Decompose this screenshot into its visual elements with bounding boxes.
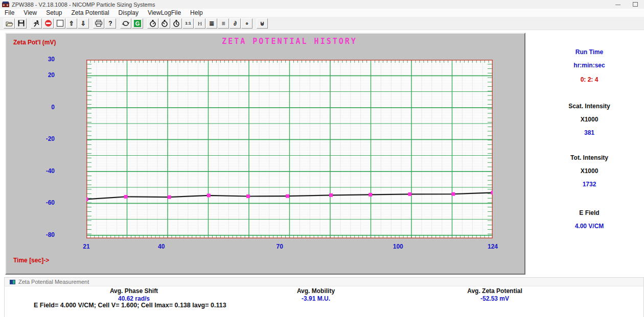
- auto-cycle-button[interactable]: [120, 18, 131, 29]
- scat-intensity-scale: X1000: [552, 116, 627, 123]
- magnet-button[interactable]: ⊎: [257, 18, 268, 29]
- frame-button[interactable]: [54, 18, 65, 29]
- avg-zeta-potential-metric: Avg. Zeta Potential -52.53 mV: [428, 287, 561, 302]
- measurement-window-titlebar: Zeta Potential Measurement: [5, 278, 643, 286]
- app-window: ZPW388 - V2.18.1008 - NICOMP Particle Si…: [0, 0, 644, 317]
- move-up-button[interactable]: ⇧: [66, 18, 77, 29]
- list-up-button[interactable]: ≣: [206, 18, 217, 29]
- green-g-icon: G: [134, 20, 141, 27]
- help-button[interactable]: ?: [105, 18, 116, 29]
- timer-2-button[interactable]: [159, 18, 170, 29]
- y-tick-label: 0: [24, 104, 55, 111]
- stop-icon: [45, 20, 52, 27]
- title-bar: ZPW388 - V2.18.1008 - NICOMP Particle Si…: [0, 0, 644, 9]
- arrow-down-icon: ⇩: [81, 20, 86, 27]
- menu-viewlogfile[interactable]: ViewLogFile: [143, 9, 186, 16]
- avg-zeta-potential-label: Avg. Zeta Potential: [428, 287, 561, 295]
- arrow-up-icon: ⇧: [69, 20, 74, 27]
- menu-display[interactable]: Display: [114, 9, 143, 16]
- menu-zeta-potential[interactable]: Zeta Potential: [67, 9, 114, 16]
- x-tick-label: 100: [385, 243, 411, 250]
- measurement-window-title: Zeta Potential Measurement: [18, 279, 89, 285]
- app-logo-icon: [2, 2, 9, 7]
- goto-green-button[interactable]: G: [132, 18, 143, 29]
- restore-button[interactable]: [627, 0, 644, 9]
- save-button[interactable]: [15, 18, 27, 29]
- y-tick-label: -80: [24, 231, 55, 238]
- open-file-button[interactable]: [4, 18, 15, 29]
- running-person-icon: [33, 20, 40, 27]
- floppy-disk-icon: [18, 20, 25, 27]
- e-field-label: E Field: [552, 209, 627, 216]
- open-folder-icon: [6, 20, 13, 27]
- scat-intensity-label: Scat. Intensity: [552, 103, 627, 110]
- range-icon: |·|: [198, 21, 201, 26]
- menu-setup[interactable]: Setup: [41, 9, 66, 16]
- plot-area: [86, 60, 493, 238]
- list-up-icon: ≣: [209, 20, 214, 27]
- run-time-units: hr:min:sec: [552, 62, 627, 69]
- run-button[interactable]: [31, 18, 42, 29]
- x-tick-label: 21: [74, 243, 99, 250]
- link-icon: ∂: [234, 20, 237, 27]
- link-button[interactable]: ∂: [229, 18, 241, 29]
- square-icon: [57, 20, 63, 27]
- printer-icon: [95, 20, 102, 27]
- avg-mobility-label: Avg. Mobility: [249, 287, 382, 295]
- avg-phase-shift-metric: Avg. Phase Shift 40.62 rad/s: [67, 287, 200, 302]
- menu-file[interactable]: File: [0, 9, 19, 16]
- timer-1-button[interactable]: [147, 18, 158, 29]
- print-button[interactable]: [93, 18, 104, 29]
- drop-button[interactable]: ∘: [241, 18, 252, 29]
- list-down-icon: ≡: [221, 20, 225, 27]
- y-axis-title: Zeta Pot'l (mV): [13, 39, 56, 46]
- minimize-icon: —: [615, 2, 620, 7]
- run-time-value: 0: 2: 4: [552, 76, 627, 83]
- help-icon: ?: [108, 20, 112, 27]
- avg-mobility-metric: Avg. Mobility -3.91 M.U.: [249, 287, 382, 302]
- x-axis-title: Time [sec]->: [13, 257, 49, 264]
- avg-phase-shift-label: Avg. Phase Shift: [67, 287, 200, 295]
- y-tick-label: 20: [24, 71, 55, 79]
- menu-bar: File View Setup Zeta Potential Display V…: [0, 9, 644, 17]
- tot-intensity-value: 1732: [552, 181, 627, 188]
- window-icon: [10, 280, 15, 284]
- restore-icon: [633, 2, 638, 7]
- run-time-label: Run Time: [552, 48, 627, 56]
- stopwatch-icon: [173, 20, 180, 27]
- circular-arrows-icon: [122, 20, 129, 27]
- timer-3-button[interactable]: [171, 18, 182, 29]
- scat-intensity-value: 381: [552, 129, 627, 136]
- scale-1-1-button[interactable]: 1:1: [182, 18, 194, 29]
- scale-icon: 1:1: [185, 21, 191, 26]
- minimize-button[interactable]: —: [609, 0, 627, 9]
- y-tick-label: -40: [24, 167, 55, 175]
- status-line: E Field= 4.000 V/CM; Cell V= 1.600; Cell…: [34, 302, 226, 309]
- e-field-value: 4.00 V/CM: [552, 223, 627, 230]
- menu-help[interactable]: Help: [186, 9, 208, 16]
- y-tick-label: -60: [24, 199, 55, 206]
- stopwatch-icon: [149, 20, 156, 27]
- tot-intensity-label: Tot. Intensity: [552, 154, 627, 161]
- range-markers-button[interactable]: |·|: [194, 18, 205, 29]
- menu-view[interactable]: View: [19, 9, 41, 16]
- avg-zeta-potential-value: -52.53 mV: [428, 295, 561, 302]
- measurement-window: Zeta Potential Measurement Avg. Phase Sh…: [4, 277, 644, 317]
- stop-button[interactable]: [42, 18, 54, 29]
- y-tick-label: 30: [24, 56, 55, 63]
- move-down-button[interactable]: ⇩: [78, 18, 89, 29]
- x-tick-label: 70: [267, 243, 292, 250]
- x-tick-label: 40: [149, 243, 174, 250]
- list-down-button[interactable]: ≡: [218, 18, 229, 29]
- chart-panel: ZETA POTENTIAL HISTORY Zeta Pot'l (mV) T…: [5, 33, 525, 275]
- avg-phase-shift-value: 40.62 rad/s: [67, 295, 200, 302]
- toolbar: ⇧ ⇩ ?: [0, 17, 644, 30]
- tot-intensity-scale: X1000: [552, 167, 627, 175]
- y-tick-label: -20: [24, 135, 55, 142]
- drop-icon: ∘: [245, 20, 249, 27]
- avg-mobility-value: -3.91 M.U.: [249, 295, 382, 302]
- chart-title: ZETA POTENTIAL HISTORY: [86, 37, 493, 46]
- magnet-icon: ⊎: [260, 20, 265, 27]
- stopwatch-icon: [161, 20, 168, 27]
- x-tick-label: 124: [480, 243, 505, 250]
